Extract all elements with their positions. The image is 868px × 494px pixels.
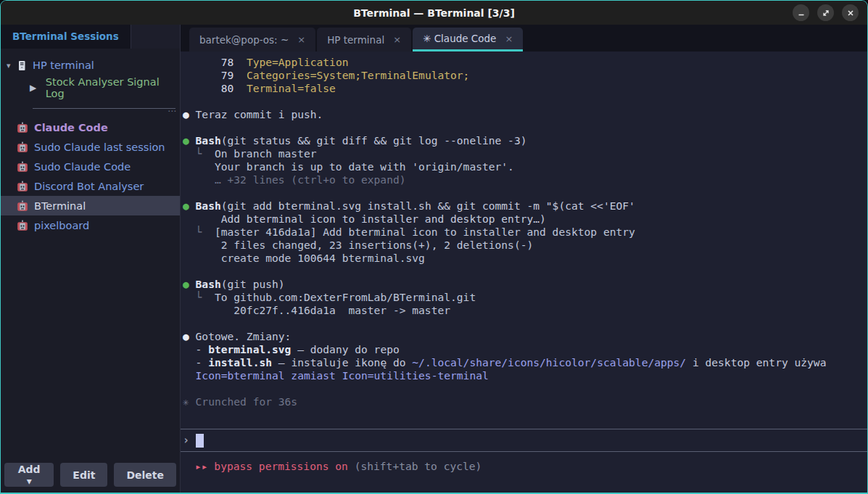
- chevron-right-icon[interactable]: ▶: [30, 83, 46, 93]
- terminal-line: Add bterminal icon to installer and desk…: [183, 213, 867, 226]
- session-label: Sudo Claude last session: [34, 141, 165, 153]
- terminal-line: … +32 lines (ctrl+o to expand): [183, 173, 867, 186]
- edit-button[interactable]: Edit: [60, 463, 107, 487]
- terminal-line: ● Bash(git status && git diff && git log…: [183, 134, 867, 147]
- tab-bartek-pop-os[interactable]: bartek@pop-os: ~ ×: [189, 28, 315, 52]
- maximize-button[interactable]: [817, 4, 834, 21]
- tree-item-hp-terminal[interactable]: ▾ HP terminal: [1, 56, 180, 75]
- terminal-line: 2 files changed, 23 insertions(+), 2 del…: [183, 239, 867, 252]
- window-title: BTerminal — BTerminal [3/3]: [1, 7, 867, 19]
- sidebar-divider: ⋯: [33, 108, 175, 109]
- terminal-line: └ On branch master: [183, 147, 867, 160]
- robot-icon: [17, 220, 28, 231]
- tab-claude-code[interactable]: ✳ Claude Code ×: [413, 28, 523, 52]
- sidebar-actions: Add ▾ Edit Delete: [4, 463, 176, 487]
- minimize-icon: [797, 9, 806, 17]
- robot-icon: [17, 181, 28, 192]
- session-label: BTerminal: [34, 200, 86, 212]
- session-item-bterminal[interactable]: BTerminal: [1, 196, 180, 215]
- bterminal-window: BTerminal — BTerminal [3/3] BTerminal Se…: [0, 0, 868, 494]
- session-list: Claude CodeSudo Claude last sessionSudo …: [1, 118, 180, 235]
- terminal-line: ● Gotowe. Zmiany:: [183, 330, 867, 343]
- terminal-line: [183, 186, 867, 199]
- terminal-output: 78 Type=Application 79 Categories=System…: [181, 52, 867, 429]
- minimize-button[interactable]: [793, 4, 809, 21]
- tab-label: ✳ Claude Code: [423, 33, 496, 44]
- terminal-line: - install.sh — instaluje ikonę do ~/.loc…: [183, 356, 867, 369]
- title-bar: BTerminal — BTerminal [3/3]: [1, 1, 867, 25]
- sidebar-title: BTerminal Sessions: [1, 25, 131, 49]
- permission-mode-text: bypass permissions on: [214, 460, 348, 472]
- sidebar-header-row: BTerminal Sessions: [1, 25, 180, 49]
- terminal-line: [183, 265, 867, 278]
- session-label: Discord Bot Analyser: [34, 181, 144, 192]
- tree-item-label: Stock Analyser Signal Log: [46, 76, 180, 99]
- terminal-line: [183, 95, 867, 108]
- session-label: Claude Code: [34, 122, 108, 133]
- session-item-discord-bot-analyser[interactable]: Discord Bot Analyser: [1, 176, 180, 196]
- terminal-line: [183, 382, 867, 395]
- terminal-line: 20fc27f..416da1a master -> master: [183, 304, 867, 317]
- session-item-sudo-claude-code[interactable]: Sudo Claude Code: [1, 157, 180, 176]
- robot-icon: [17, 122, 28, 133]
- terminal-line: 79 Categories=System;TerminalEmulator;: [183, 69, 867, 82]
- terminal-line: 78 Type=Application: [183, 56, 867, 69]
- session-item-claude-code[interactable]: Claude Code: [1, 118, 180, 137]
- terminal-pane: bartek@pop-os: ~ × HP terminal × ✳ Claud…: [181, 25, 867, 493]
- robot-icon: [17, 200, 28, 212]
- session-item-pixelboard[interactable]: pixelboard: [1, 215, 180, 235]
- add-button[interactable]: Add ▾: [4, 463, 54, 487]
- terminal-line: create mode 100644 bterminal.svg: [183, 252, 867, 265]
- maximize-icon: [822, 9, 830, 17]
- sessions-sidebar: BTerminal Sessions ▾ HP terminal ▶ Stock…: [1, 25, 181, 493]
- session-item-sudo-claude-last-session[interactable]: Sudo Claude last session: [1, 137, 180, 157]
- session-tree: ▾ HP terminal ▶ Stock Analyser Signal Lo…: [1, 49, 180, 113]
- tab-hp-terminal[interactable]: HP terminal ×: [317, 28, 411, 52]
- robot-icon: [17, 161, 28, 173]
- close-button[interactable]: [842, 4, 859, 21]
- terminal-line: ● Bash(git push): [183, 278, 867, 291]
- session-label: pixelboard: [34, 220, 89, 231]
- terminal-line: [183, 317, 867, 330]
- terminal-line: ✳ Crunched for 36s: [183, 395, 867, 408]
- pc-tower-icon: [18, 60, 26, 71]
- tab-close-icon[interactable]: ×: [505, 33, 513, 44]
- tab-close-icon[interactable]: ×: [297, 34, 305, 45]
- text-cursor: [196, 434, 204, 448]
- session-label: Sudo Claude Code: [34, 161, 131, 173]
- mode-chevrons-icon: ▸▸: [195, 460, 214, 472]
- tab-label: bartek@pop-os: ~: [199, 34, 289, 46]
- tree-item-stock-analyser-signal-log[interactable]: ▶ Stock Analyser Signal Log: [1, 78, 180, 98]
- chevron-down-icon[interactable]: ▾: [7, 61, 18, 70]
- terminal-line: ● Teraz commit i push.: [183, 108, 867, 121]
- terminal-line: 80 Terminal=false: [183, 82, 867, 95]
- terminal-line: └ [master 416da1a] Add bterminal icon to…: [183, 226, 867, 239]
- terminal-line: Icon=bterminal zamiast Icon=utilities-te…: [183, 369, 867, 382]
- terminal-input[interactable]: ›: [181, 429, 867, 452]
- robot-icon: [17, 141, 28, 153]
- tab-label: HP terminal: [327, 34, 384, 46]
- tree-item-label: HP terminal: [33, 59, 94, 71]
- status-bar: ▸▸ bypass permissions on (shift+tab to c…: [181, 452, 867, 493]
- tab-close-icon[interactable]: ×: [393, 34, 401, 45]
- terminal-line: └ To github.com:DexterFromLab/BTerminal.…: [183, 291, 867, 304]
- terminal-line: [183, 121, 867, 134]
- overflow-dots-icon[interactable]: ⋯: [168, 106, 177, 116]
- delete-button[interactable]: Delete: [114, 463, 176, 487]
- mode-hint-text: (shift+tab to cycle): [348, 460, 482, 472]
- tab-bar: bartek@pop-os: ~ × HP terminal × ✳ Claud…: [181, 25, 867, 52]
- terminal-line: ● Bash(git add bterminal.svg install.sh …: [183, 199, 867, 213]
- prompt-chevron-icon: ›: [183, 434, 189, 447]
- close-icon: [846, 9, 855, 17]
- terminal-line: Your branch is up to date with 'origin/m…: [183, 160, 867, 173]
- terminal-line: - bterminal.svg — dodany do repo: [183, 343, 867, 356]
